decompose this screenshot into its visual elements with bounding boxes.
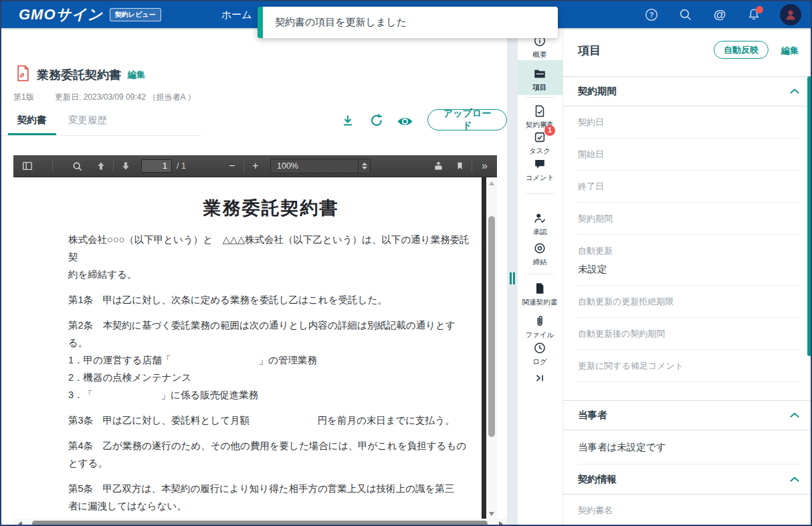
sidebar-toggle-icon[interactable] (19, 158, 36, 174)
side-rail: 概要 項目 契約審査 (518, 28, 563, 526)
search-icon[interactable] (678, 7, 694, 23)
field-contract-name[interactable]: 契約書名 (578, 495, 801, 526)
page-up-icon[interactable] (92, 158, 110, 174)
gmo-sign-logo[interactable]: GMOサイン (19, 5, 103, 25)
open-file-icon[interactable] (429, 158, 447, 174)
pdf-line: 者に漏洩してはならない。 (68, 497, 474, 515)
section-contract-info[interactable]: 契約情報 (563, 464, 812, 495)
field-contract-date[interactable]: 契約日 (578, 106, 801, 139)
download-icon[interactable] (339, 112, 357, 129)
topbar-icons: ? @ (643, 4, 801, 25)
tab-contract[interactable]: 契約書 (8, 110, 56, 135)
pdf-toolbar: / 1 − + 100% (13, 155, 497, 177)
rail-divider (526, 193, 554, 194)
scroll-left-arrow[interactable] (18, 521, 22, 526)
document-edit-link[interactable]: 編集 (128, 69, 145, 81)
field-renewal-refusal-deadline[interactable]: 自動更新の更新拒絶期限 (578, 286, 801, 318)
preview-eye-icon[interactable] (396, 112, 413, 130)
upload-button[interactable]: アップロード (427, 109, 507, 130)
field-end-date[interactable]: 終了日 (578, 171, 801, 203)
panel-edit-link[interactable]: 編集 (781, 45, 799, 57)
rail-item-log[interactable]: ログ (518, 341, 562, 367)
find-icon[interactable] (68, 158, 86, 174)
rail-item-contract-review[interactable]: 契約審査 (518, 104, 562, 130)
zoom-select[interactable]: 100% (270, 159, 371, 173)
rail-item-files[interactable]: ファイル (518, 314, 562, 340)
auto-apply-button[interactable]: 自動反映 (714, 41, 769, 59)
pdf-page: 業務委託契約書 株式会社○○○（以下甲という）と △△△株式会社（以下乙という）… (13, 177, 482, 519)
zoom-controls: − + 100% (224, 159, 371, 173)
zoom-out-icon[interactable]: − (224, 160, 240, 172)
pdf-horizontal-scrollbar[interactable] (13, 519, 508, 526)
field-auto-renewal-value: 未設定 (578, 263, 801, 276)
field-start-date[interactable]: 開始日 (578, 139, 801, 171)
related-document-icon (532, 281, 547, 296)
paperclip-icon (532, 314, 547, 329)
scroll-up-arrow[interactable] (489, 181, 494, 185)
panel-resize-handle[interactable] (507, 28, 518, 526)
rail-item-items[interactable]: 項目 (518, 66, 562, 92)
rail-item-approval[interactable]: 承認 (518, 211, 562, 237)
rail-collapse-button[interactable] (518, 371, 562, 385)
pdf-text: 業務委託契約書 株式会社○○○（以下甲という）と △△△株式会社（以下乙という）… (68, 196, 474, 519)
notification-bell-icon[interactable] (746, 7, 762, 23)
section-parties[interactable]: 当事者 (563, 400, 812, 430)
refresh-icon[interactable] (368, 112, 385, 129)
page-number-input[interactable] (141, 159, 172, 173)
items-panel-header: 項目 自動反映 編集 (563, 28, 812, 76)
avatar[interactable] (780, 4, 801, 25)
person-check-icon (532, 211, 547, 226)
rail-item-conclusion[interactable]: 締結 (518, 241, 562, 267)
panel-title: 項目 (578, 43, 601, 58)
zoom-in-icon[interactable]: + (247, 160, 264, 172)
pdf-line: 第1条 甲は乙に対し、次条に定める業務を委託し乙はこれを受託した。 (68, 291, 474, 309)
tab-history[interactable]: 変更履歴 (59, 110, 116, 133)
scroll-right-arrow[interactable] (499, 521, 503, 526)
pdf-line: 第5条 甲乙双方は、本契約の履行により知り得た相手方の営業上又は技術上の識を第三 (68, 480, 474, 497)
vertical-scroll-thumb[interactable] (488, 216, 495, 437)
page-total: / 1 (177, 161, 186, 171)
pdf-vertical-scrollbar[interactable] (486, 177, 497, 519)
field-term-after-renewal[interactable]: 自動更新後の契約期間 (578, 318, 801, 350)
toast-notification[interactable]: 契約書の項目を更新しました (258, 7, 558, 38)
pdf-line: る。 (68, 334, 474, 351)
more-tools-icon[interactable]: » (476, 158, 493, 174)
field-renewal-comment[interactable]: 更新に関する補足コメント (578, 350, 801, 382)
pdf-line: 2．機器の点検メンテナンス (68, 369, 474, 386)
field-auto-renewal[interactable]: 自動更新 未設定 (578, 235, 801, 286)
menu-home[interactable]: ホーム (221, 9, 252, 21)
document-check-icon (532, 104, 547, 118)
pdf-line: 3．「 」に係る販売促進業務 (68, 386, 474, 404)
rail-item-tasks[interactable]: 1 タスク (518, 130, 562, 156)
toolbar-separator (113, 160, 114, 172)
chevron-up-icon (789, 476, 800, 483)
pdf-line: とする。 (68, 454, 474, 472)
help-icon[interactable]: ? (643, 7, 659, 23)
items-panel: 項目 自動反映 編集 契約期間 契約日 開始日 終了日 契約期間 自動更新 未設… (563, 28, 812, 526)
field-contract-term[interactable]: 契約期間 (578, 203, 801, 235)
svg-text:?: ? (649, 11, 654, 19)
panel-scrollbar-thumb[interactable] (807, 76, 811, 356)
zoom-select-arrows-icon (358, 159, 370, 173)
pdf-toolbar-right: » (429, 158, 493, 174)
bookmark-icon[interactable] (451, 158, 468, 174)
horizontal-scroll-thumb[interactable] (32, 521, 488, 526)
folder-icon (532, 66, 547, 81)
pdf-line: 1．甲の運営する店舗「 」の管理業務 (68, 351, 474, 369)
pdf-page-edge (482, 177, 486, 519)
comment-icon (532, 157, 547, 171)
rail-item-comments[interactable]: コメント (518, 157, 562, 183)
mention-icon[interactable]: @ (712, 7, 728, 23)
app-window: GMOサイン 契約レビュー ホーム 契約 ? @ (0, 0, 812, 526)
document-header: 業務委託契約書 編集 (16, 65, 145, 84)
section-contract-period[interactable]: 契約期間 (563, 76, 812, 106)
clock-icon (532, 341, 547, 355)
rail-item-related-contracts[interactable]: 関連契約書 (518, 281, 562, 307)
zoom-value: 100% (277, 161, 298, 171)
chevron-up-icon (789, 412, 800, 418)
pdf-line: 第4条 乙が業務の遂行のため、その他の費用を要した場合には、甲がこれを負担するも… (68, 437, 474, 454)
pdf-contract-title: 業務委託契約書 (68, 196, 474, 220)
page-down-icon[interactable] (117, 158, 134, 174)
toast-message: 契約書の項目を更新しました (275, 16, 407, 29)
scroll-down-arrow[interactable] (489, 512, 494, 516)
